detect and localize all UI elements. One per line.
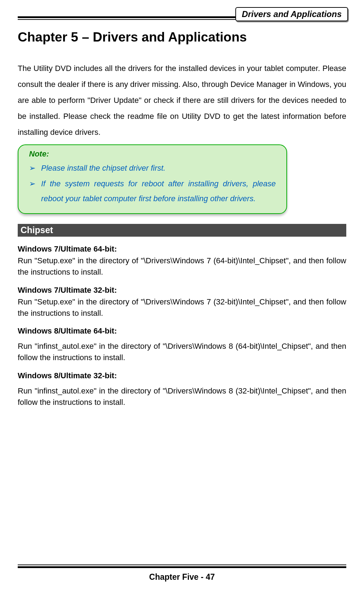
footer: Chapter Five - 47: [18, 565, 346, 589]
chapter-title: Chapter 5 – Drivers and Applications: [18, 30, 346, 45]
os-text: Run "Setup.exe" in the directory of "\Dr…: [18, 296, 346, 319]
note-item: ➢ Please install the chipset driver firs…: [29, 161, 276, 176]
os-block: Windows 7/Ultimate 32-bit: Run "Setup.ex…: [18, 286, 346, 319]
spacer: [18, 416, 346, 565]
header-row: Drivers and Applications: [18, 7, 346, 21]
os-text: Run "Setup.exe" in the directory of "\Dr…: [18, 255, 346, 278]
os-text: Run "infinst_autol.exe" in the directory…: [18, 341, 346, 363]
bullet-icon: ➢: [29, 176, 41, 206]
bullet-icon: ➢: [29, 161, 41, 176]
bottom-rule: [18, 565, 346, 568]
os-block: Windows 7/Ultimate 64-bit: Run "Setup.ex…: [18, 244, 346, 278]
os-block: Windows 8/Ultimate 32-bit: Run "infinst_…: [18, 371, 346, 408]
header-badge: Drivers and Applications: [235, 7, 348, 21]
footer-text: Chapter Five - 47: [18, 572, 346, 582]
intro-paragraph: The Utility DVD includes all the drivers…: [18, 60, 346, 140]
note-item-text: If the system requests for reboot after …: [41, 176, 276, 206]
os-heading: Windows 8/Ultimate 32-bit:: [18, 371, 346, 380]
os-heading: Windows 8/Ultimate 64-bit:: [18, 326, 346, 336]
note-item: ➢ If the system requests for reboot afte…: [29, 176, 276, 206]
os-heading: Windows 7/Ultimate 64-bit:: [18, 244, 346, 254]
note-title: Note:: [29, 149, 276, 159]
page: Drivers and Applications Chapter 5 – Dri…: [0, 0, 364, 589]
section-heading-chipset: Chipset: [18, 224, 346, 237]
os-block: Windows 8/Ultimate 64-bit: Run "infinst_…: [18, 326, 346, 363]
note-box: Note: ➢ Please install the chipset drive…: [18, 144, 287, 214]
note-item-text: Please install the chipset driver first.: [41, 161, 276, 176]
note-list: ➢ Please install the chipset driver firs…: [29, 161, 276, 206]
os-heading: Windows 7/Ultimate 32-bit:: [18, 286, 346, 295]
os-text: Run "infinst_autol.exe" in the directory…: [18, 385, 346, 408]
